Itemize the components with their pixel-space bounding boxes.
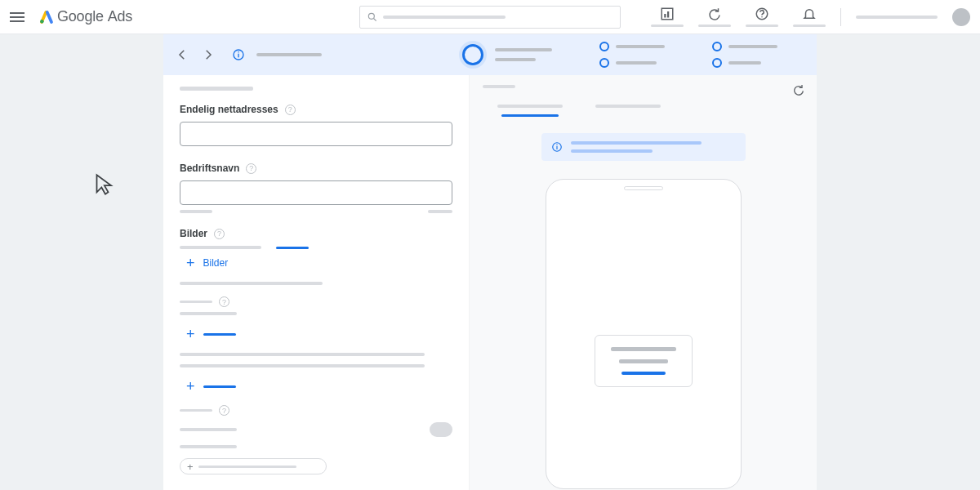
forward-button[interactable] <box>201 47 216 62</box>
svg-point-1 <box>368 13 374 19</box>
help-button[interactable] <box>746 7 778 27</box>
product-name: Google Ads <box>57 8 132 25</box>
step-label <box>256 53 322 56</box>
description-line <box>180 364 425 368</box>
help-icon[interactable]: ? <box>285 105 296 115</box>
section-heading <box>180 87 253 91</box>
help-icon <box>755 7 769 21</box>
images-helper <box>180 246 261 249</box>
search-placeholder <box>383 16 506 19</box>
body: Endelig nettadresses ? Bedriftsnavn ? Bi… <box>0 34 980 490</box>
add-item-button-2[interactable]: + <box>186 379 452 394</box>
add-item-button[interactable]: + <box>186 327 452 341</box>
field-helper <box>180 312 237 315</box>
svg-point-7 <box>761 16 763 18</box>
preview-info-banner <box>541 133 746 161</box>
description-line <box>180 353 425 356</box>
help-icon[interactable]: ? <box>246 163 256 174</box>
reports-button[interactable] <box>651 7 684 27</box>
final-url-input[interactable] <box>180 122 452 146</box>
plus-icon: + <box>186 256 195 270</box>
preview-tabs <box>497 105 817 117</box>
svg-rect-10 <box>238 51 238 52</box>
svg-line-2 <box>374 18 376 20</box>
business-name-label: Bedriftsnavn <box>180 163 239 174</box>
info-icon <box>232 48 245 61</box>
search-input[interactable] <box>359 6 621 29</box>
stepper-bar <box>163 34 817 75</box>
field-label <box>180 409 212 412</box>
info-icon <box>551 141 563 153</box>
plus-icon: + <box>186 327 195 341</box>
menu-icon[interactable] <box>10 9 26 25</box>
account-label <box>856 16 938 19</box>
top-right-controls <box>651 7 970 27</box>
help-icon[interactable]: ? <box>219 405 229 416</box>
bell-icon <box>802 7 817 21</box>
field-helper <box>180 428 237 431</box>
help-icon[interactable]: ? <box>214 229 225 239</box>
phone-speaker <box>624 186 663 190</box>
field-label <box>180 301 212 303</box>
toggle[interactable] <box>430 422 452 437</box>
svg-rect-12 <box>556 146 557 149</box>
plus-icon: + <box>186 379 195 394</box>
form-panel: Endelig nettadresses ? Bedriftsnavn ? Bi… <box>163 75 470 490</box>
section-divider-text <box>180 282 323 285</box>
svg-rect-4 <box>664 14 666 18</box>
business-name-input[interactable] <box>180 180 452 205</box>
ad-preview-card <box>595 335 693 387</box>
preview-tab-1[interactable] <box>497 105 563 117</box>
back-button[interactable] <box>175 47 189 62</box>
refresh-button[interactable] <box>698 7 731 27</box>
images-label: Bilder <box>180 228 207 239</box>
divider <box>840 8 841 26</box>
step-next[interactable] <box>599 42 665 68</box>
preview-tab-2[interactable] <box>595 105 661 117</box>
svg-rect-5 <box>667 11 669 18</box>
field-helper <box>180 445 237 448</box>
search-icon <box>367 11 378 23</box>
preview-panel <box>470 75 817 490</box>
google-ads-logo-icon <box>39 10 54 24</box>
svg-rect-9 <box>238 54 238 58</box>
svg-rect-13 <box>556 145 557 145</box>
plus-icon: + <box>187 461 194 473</box>
images-link[interactable] <box>276 247 309 249</box>
add-images-button[interactable]: + Bilder <box>186 256 452 270</box>
refresh-icon <box>707 7 722 21</box>
preview-heading <box>483 85 515 88</box>
workspace: Endelig nettadresses ? Bedriftsnavn ? Bi… <box>163 34 817 490</box>
add-chip[interactable]: + <box>180 458 327 474</box>
svg-point-0 <box>40 20 44 24</box>
bar-chart-icon <box>660 7 675 21</box>
notifications-button[interactable] <box>793 7 826 27</box>
top-bar: Google Ads <box>0 0 980 34</box>
refresh-preview-button[interactable] <box>792 83 805 96</box>
helper-text <box>180 210 212 213</box>
current-step-indicator <box>462 44 483 65</box>
step-current-label <box>495 48 552 61</box>
final-url-label: Endelig nettadresses <box>180 104 278 115</box>
account-avatar[interactable] <box>952 8 970 26</box>
step-last[interactable] <box>712 42 777 68</box>
char-count <box>428 210 452 213</box>
phone-preview <box>546 179 742 489</box>
product-logo[interactable]: Google Ads <box>39 8 132 25</box>
help-icon[interactable]: ? <box>219 296 229 307</box>
